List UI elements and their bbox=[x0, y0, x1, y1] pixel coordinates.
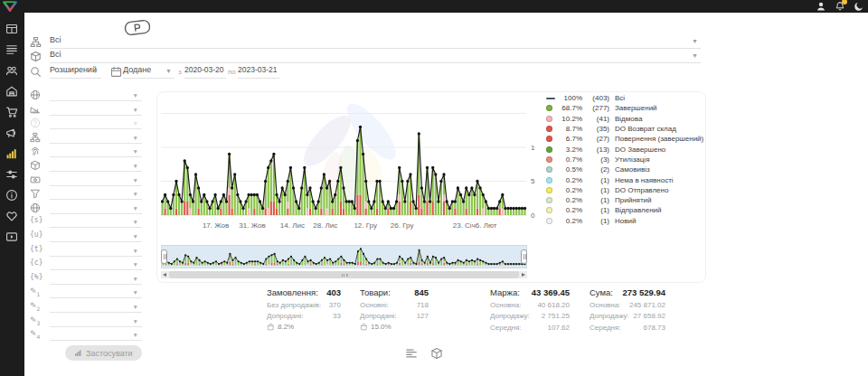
apply-button[interactable]: Застосувати bbox=[65, 345, 142, 361]
brand-logo-icon[interactable] bbox=[3, 1, 17, 12]
filter-select-7[interactable]: ▼ bbox=[50, 188, 142, 200]
sidebar-item-cart[interactable] bbox=[5, 106, 19, 118]
stat-sub-row: Допродажу:27 658.92 bbox=[590, 312, 665, 320]
product-filter-select[interactable]: Всі ▼ bbox=[50, 50, 701, 63]
theme-moon-icon[interactable] bbox=[854, 1, 864, 12]
scroll-left-arrow-icon[interactable] bbox=[163, 273, 166, 277]
sidebar-item-statistics[interactable] bbox=[5, 147, 19, 160]
filter-select-16[interactable]: ▼ bbox=[50, 315, 142, 327]
filter-select-13[interactable]: ▼ bbox=[50, 273, 142, 285]
stat-title: Замовлення: bbox=[267, 287, 318, 297]
legend-line-swatch bbox=[546, 98, 555, 99]
svg-text:10: 10 bbox=[531, 144, 535, 152]
sidebar-item-dashboard[interactable] bbox=[5, 23, 19, 35]
date-from-input[interactable]: 2020-03-20 bbox=[184, 65, 226, 79]
channel-filter-select[interactable]: Всі ▼ bbox=[50, 35, 701, 49]
main-chart[interactable]: 051017. Жов31. Жов14. Лис28. Лис12. Гру2… bbox=[161, 89, 535, 234]
legend-pct: 68.7% bbox=[557, 104, 582, 112]
legend-pct: 0.2% bbox=[557, 176, 582, 184]
chart-scrollbar[interactable] bbox=[161, 271, 527, 278]
token-t-icon: {t} bbox=[30, 245, 42, 253]
stat-column-2: Маржа:43 369.45Основна:40 618.20Допродаж… bbox=[490, 287, 570, 332]
legend-pct: 0.2% bbox=[557, 217, 582, 225]
stat-title: Маржа: bbox=[490, 287, 520, 297]
search-mode-value: Розширений bbox=[50, 65, 97, 74]
filter-select-1[interactable]: ▼ bbox=[50, 104, 142, 116]
scroll-right-arrow-icon[interactable] bbox=[522, 273, 525, 277]
legend-pct: 0.7% bbox=[557, 155, 582, 164]
sidebar-item-marketing[interactable] bbox=[5, 127, 19, 139]
legend-label: Утилізація bbox=[615, 155, 649, 164]
legend-item-5[interactable]: 3.2%(13)DO Завершено bbox=[546, 144, 705, 154]
channel-filter-value: Всі bbox=[50, 35, 61, 44]
filter-select-5[interactable]: ▼ bbox=[50, 160, 142, 172]
profile-icon[interactable] bbox=[816, 1, 826, 12]
date-field-select[interactable]: Додане ▼ bbox=[123, 65, 175, 79]
notifications-bell-icon[interactable] bbox=[835, 1, 845, 12]
legend-item-4[interactable]: 6.7%(27)Повернення (завершений) bbox=[546, 134, 705, 144]
chevron-down-icon: ▼ bbox=[133, 191, 138, 197]
filter-select-9[interactable]: ▼ bbox=[50, 216, 142, 228]
filter-select-6[interactable]: ▼ bbox=[50, 174, 142, 186]
sidebar-item-info[interactable] bbox=[5, 189, 19, 202]
filter-select-14[interactable]: ▼ bbox=[50, 287, 142, 298]
legend-item-11[interactable]: 0.2%(1)Відправлений bbox=[546, 205, 705, 215]
stat-value: 43 369.45 bbox=[532, 287, 570, 297]
legend-item-10[interactable]: 0.2%(1)Прийнятий bbox=[546, 195, 705, 205]
legend-item-7[interactable]: 0.5%(2)Самовивіз bbox=[546, 164, 705, 174]
legend-item-0[interactable]: 100%(403)Всі bbox=[546, 93, 705, 103]
legend-item-2[interactable]: 10.2%(41)Відмова bbox=[546, 114, 705, 124]
legend-item-8[interactable]: 0.2%(1)Нема в наявності bbox=[546, 174, 705, 184]
token-u-icon: {u} bbox=[30, 230, 42, 239]
sidebar-item-customers[interactable] bbox=[5, 64, 19, 77]
legend-item-12[interactable]: 0.2%(1)Новий bbox=[546, 216, 705, 226]
filter-select-2[interactable]: ▼ bbox=[50, 118, 142, 129]
sidebar-item-video[interactable] bbox=[5, 230, 19, 243]
legend-item-3[interactable]: 8.7%(35)DO Возврат склад bbox=[546, 124, 705, 134]
pencil-4-icon: ✎4 bbox=[30, 329, 40, 340]
filter-row-17: ✎4▼ bbox=[30, 328, 144, 343]
brush-handle-right[interactable] bbox=[521, 249, 527, 264]
sidebar-item-warehouse[interactable] bbox=[5, 85, 19, 98]
filter-select-0[interactable]: ▼ bbox=[50, 89, 142, 101]
brush-handle-left[interactable] bbox=[161, 249, 167, 264]
chevron-down-icon: ▼ bbox=[133, 219, 138, 225]
date-to-input[interactable]: 2023-03-21 bbox=[238, 65, 279, 79]
filter-row-14: ✎1▼ bbox=[30, 286, 144, 300]
list-view-icon[interactable] bbox=[405, 347, 418, 360]
scrollbar-thumb[interactable] bbox=[169, 271, 519, 278]
date-from-label: з bbox=[178, 68, 182, 76]
stat-sub-row: Середня:678.73 bbox=[590, 324, 665, 332]
filter-select-3[interactable]: ▼ bbox=[50, 132, 142, 144]
legend-dot-swatch bbox=[546, 207, 552, 213]
legend-label: Самовивіз bbox=[615, 165, 650, 174]
sidebar-item-settings[interactable] bbox=[5, 168, 19, 181]
search-mode-select[interactable]: Розширений ▼ bbox=[50, 65, 101, 79]
filter-select-12[interactable]: ▼ bbox=[50, 258, 142, 270]
filter-select-4[interactable]: ▼ bbox=[50, 146, 142, 157]
legend-item-6[interactable]: 0.7%(3)Утилізація bbox=[546, 155, 705, 164]
reports-presentation-icon[interactable] bbox=[123, 18, 152, 37]
filter-select-15[interactable]: ▼ bbox=[50, 301, 142, 313]
svg-text:0: 0 bbox=[531, 212, 535, 220]
filter-select-11[interactable]: ▼ bbox=[50, 245, 142, 257]
topbar-right-icons bbox=[816, 1, 864, 12]
chevron-down-icon: ▼ bbox=[133, 120, 138, 127]
sidebar-item-partners[interactable] bbox=[5, 210, 19, 222]
upsell-percent-row: 8.2% bbox=[267, 323, 341, 331]
chevron-down-icon: ▼ bbox=[133, 233, 138, 240]
sidebar-item-orders[interactable] bbox=[5, 43, 19, 56]
legend-pct: 100% bbox=[557, 94, 582, 102]
legend-pct: 0.2% bbox=[557, 206, 582, 214]
filter-select-17[interactable]: ▼ bbox=[50, 329, 142, 341]
legend-label: Відправлений bbox=[615, 206, 662, 214]
legend-count: (1) bbox=[582, 186, 609, 194]
filter-row-15: ✎2▼ bbox=[30, 300, 144, 315]
filter-select-8[interactable]: ▼ bbox=[50, 202, 142, 214]
video-icon bbox=[5, 230, 19, 243]
package-view-icon[interactable] bbox=[430, 347, 443, 360]
legend-item-9[interactable]: 0.2%(1)DO Отправлено bbox=[546, 185, 705, 195]
mini-navigator[interactable] bbox=[161, 245, 527, 268]
legend-item-1[interactable]: 68.7%(277)Завершений bbox=[546, 103, 705, 113]
filter-select-10[interactable]: ▼ bbox=[50, 230, 142, 242]
